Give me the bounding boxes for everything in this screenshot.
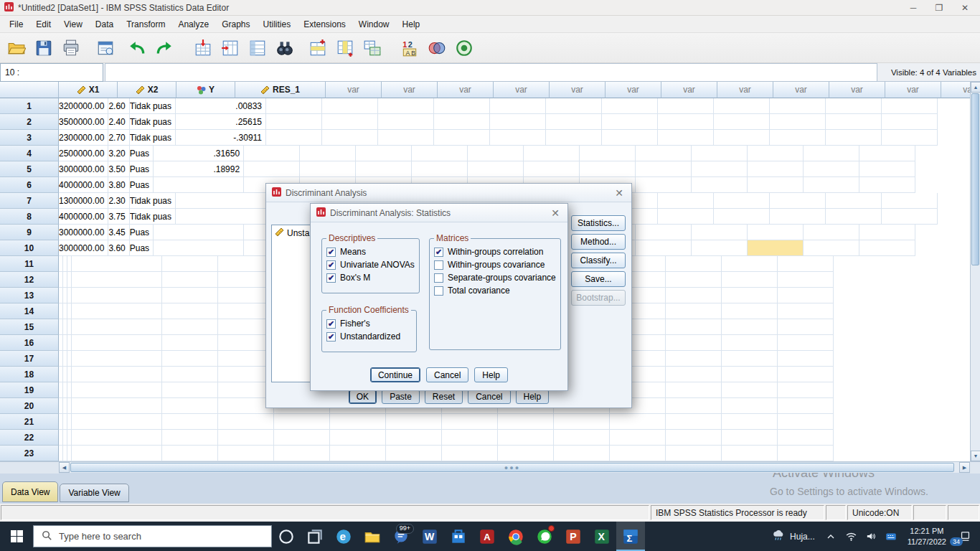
- empty-cell[interactable]: [162, 288, 218, 303]
- row-number[interactable]: 10: [0, 240, 59, 256]
- empty-cell[interactable]: [722, 351, 778, 367]
- data-cell[interactable]: [154, 225, 244, 240]
- data-cell[interactable]: Tidak puas: [130, 209, 176, 225]
- empty-cell[interactable]: [330, 414, 386, 430]
- column-header-y[interactable]: Y: [176, 82, 235, 98]
- empty-cell[interactable]: [546, 130, 602, 146]
- toolbar-redo-button[interactable]: [151, 35, 178, 61]
- empty-cell[interactable]: [330, 430, 386, 446]
- taskbar-microsoft-store-button[interactable]: [444, 522, 473, 551]
- empty-cell[interactable]: [692, 177, 748, 193]
- empty-cell[interactable]: [666, 367, 722, 382]
- empty-cell[interactable]: [722, 414, 778, 430]
- empty-cell[interactable]: [770, 130, 826, 146]
- data-cell[interactable]: Tidak puas: [130, 98, 176, 114]
- checkbox-fisher-s[interactable]: ✔Fisher's: [326, 319, 412, 329]
- checkbox-within-groups-correlation[interactable]: ✔Within-groups correlation: [434, 247, 556, 257]
- dialog-button-continue[interactable]: Continue: [370, 367, 420, 382]
- empty-cell[interactable]: [218, 446, 274, 461]
- empty-cell[interactable]: [442, 430, 498, 446]
- empty-cell[interactable]: [162, 272, 218, 288]
- empty-cell[interactable]: [692, 161, 748, 177]
- empty-cell[interactable]: [498, 414, 554, 430]
- data-cell[interactable]: 3500000.00: [59, 114, 108, 130]
- data-cell[interactable]: [72, 398, 162, 414]
- empty-cell[interactable]: [442, 414, 498, 430]
- empty-cell[interactable]: [722, 256, 778, 272]
- maximize-button[interactable]: ❐: [928, 0, 950, 16]
- empty-cell[interactable]: [666, 335, 722, 351]
- empty-cell[interactable]: [748, 240, 804, 256]
- data-cell[interactable]: [72, 303, 162, 319]
- taskbar-messages-button[interactable]: 99+: [387, 522, 415, 551]
- empty-cell[interactable]: [162, 430, 218, 446]
- empty-cell[interactable]: [412, 161, 468, 177]
- data-cell[interactable]: 3.20: [108, 146, 129, 161]
- empty-cell[interactable]: [162, 446, 218, 461]
- toolbar-open-data-button[interactable]: [3, 35, 30, 61]
- empty-cell[interactable]: [722, 430, 778, 446]
- data-cell[interactable]: 3.60: [108, 240, 129, 256]
- empty-cell[interactable]: [636, 240, 692, 256]
- dialog-button-classify[interactable]: Classify...: [571, 253, 626, 268]
- row-number[interactable]: 6: [0, 177, 59, 193]
- row-number[interactable]: 4: [0, 146, 59, 161]
- empty-cell[interactable]: [722, 303, 778, 319]
- empty-cell[interactable]: [882, 98, 938, 114]
- empty-cell[interactable]: [356, 146, 412, 161]
- column-header-x1[interactable]: X1: [59, 82, 118, 98]
- data-cell[interactable]: 3000000.00: [59, 240, 108, 256]
- data-cell[interactable]: [72, 430, 162, 446]
- empty-cell[interactable]: [778, 256, 834, 272]
- scroll-up-arrow-icon[interactable]: ▲: [971, 82, 980, 93]
- empty-cell[interactable]: [859, 146, 915, 161]
- toolbar-use-variable-sets-button[interactable]: [423, 35, 451, 61]
- empty-cell[interactable]: [714, 114, 770, 130]
- row-number[interactable]: 9: [0, 225, 59, 240]
- empty-cell[interactable]: [714, 209, 770, 225]
- menu-extensions[interactable]: Extensions: [297, 16, 352, 32]
- empty-cell[interactable]: [356, 161, 412, 177]
- scroll-right-arrow-icon[interactable]: ▶: [959, 462, 970, 473]
- empty-cell[interactable]: [434, 130, 490, 146]
- menu-data[interactable]: Data: [89, 16, 120, 32]
- toolbar-show-all-variables-button[interactable]: [451, 35, 478, 61]
- taskbar-cortana-button[interactable]: [272, 522, 301, 551]
- data-cell[interactable]: 1300000.00: [59, 193, 108, 209]
- empty-cell[interactable]: [162, 303, 218, 319]
- taskbar-whatsapp-button[interactable]: [530, 522, 559, 551]
- data-cell[interactable]: Tidak puas: [130, 130, 176, 146]
- dialog-button-reset[interactable]: Reset: [425, 390, 463, 404]
- dialog-button-method[interactable]: Method...: [571, 234, 626, 250]
- empty-cell[interactable]: [468, 146, 524, 161]
- column-header-var[interactable]: var: [326, 82, 382, 98]
- checkbox-box-s-m[interactable]: ✔Box's M: [326, 273, 415, 283]
- empty-cell[interactable]: [770, 98, 826, 114]
- toolbar-print-button[interactable]: [57, 35, 85, 61]
- data-cell[interactable]: [176, 209, 266, 225]
- empty-cell[interactable]: [778, 446, 834, 461]
- empty-cell[interactable]: [386, 430, 442, 446]
- empty-cell[interactable]: [580, 146, 636, 161]
- menu-analyze[interactable]: Analyze: [171, 16, 215, 32]
- dialog-button-ok[interactable]: OK: [349, 390, 377, 404]
- column-header-x2[interactable]: X2: [118, 82, 176, 98]
- data-cell[interactable]: .31650: [154, 146, 244, 161]
- row-number[interactable]: 20: [0, 398, 59, 414]
- column-header-var[interactable]: var: [550, 82, 606, 98]
- empty-cell[interactable]: [442, 446, 498, 461]
- empty-cell[interactable]: [692, 225, 748, 240]
- vertical-scroll-thumb[interactable]: [971, 93, 979, 265]
- empty-cell[interactable]: [778, 382, 834, 398]
- empty-cell[interactable]: [722, 272, 778, 288]
- empty-cell[interactable]: [524, 146, 580, 161]
- toolbar-insert-cases-button[interactable]: [304, 35, 331, 61]
- empty-cell[interactable]: [666, 272, 722, 288]
- checkbox-box[interactable]: ✔: [326, 332, 336, 342]
- checkbox-means[interactable]: ✔Means: [326, 247, 415, 257]
- data-cell[interactable]: [72, 414, 162, 430]
- empty-cell[interactable]: [748, 225, 804, 240]
- empty-cell[interactable]: [580, 161, 636, 177]
- data-cell[interactable]: Puas: [130, 225, 154, 240]
- empty-cell[interactable]: [658, 98, 714, 114]
